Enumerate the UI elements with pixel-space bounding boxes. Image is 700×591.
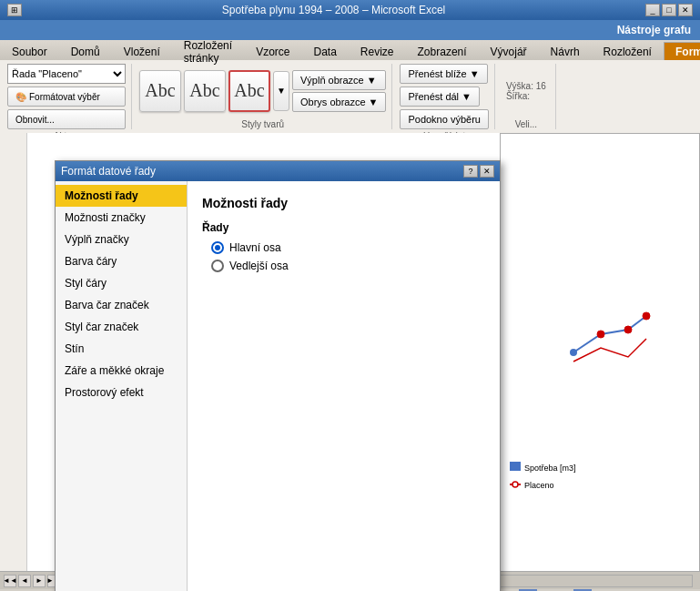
- tab-vzorce[interactable]: Vzorce: [244, 42, 301, 60]
- modal-help-button[interactable]: ?: [463, 165, 478, 178]
- minimize-button[interactable]: _: [645, 4, 660, 16]
- radio-hlavni-osa[interactable]: Hlavní osa: [211, 241, 485, 254]
- close-window-button[interactable]: ✕: [678, 4, 693, 16]
- svg-point-2: [624, 326, 632, 333]
- modal-close-button[interactable]: ✕: [480, 165, 494, 178]
- radio-group-rady: Hlavní osa Vedlejší osa: [211, 241, 485, 272]
- radio-label-vedlejsi: Vedlejší osa: [229, 260, 289, 272]
- tab-rozlozeni[interactable]: Rozložení: [592, 42, 664, 60]
- radio-circle-hlavni: [211, 241, 224, 254]
- sidebar-item-moznosti-znacky[interactable]: Možnosti značky: [56, 207, 187, 229]
- style-abc-1[interactable]: Abc: [139, 70, 181, 112]
- height-label: Výška: 16: [506, 81, 546, 91]
- outline-dropdown-arrow[interactable]: ▼: [369, 97, 379, 107]
- ribbon-content: Řada "Placeno" 🎨 Formátovat výběr Obnovi…: [0, 60, 700, 133]
- format-selection-button[interactable]: 🎨 Formátovat výběr: [7, 87, 126, 107]
- style-abc-3[interactable]: Abc: [228, 70, 270, 112]
- modal-body: Možnosti řady Možnosti značky Výplň znač…: [56, 181, 500, 591]
- style-abc-2[interactable]: Abc: [184, 70, 226, 112]
- width-label: Šířka:: [506, 91, 546, 101]
- svg-point-3: [643, 312, 650, 320]
- sidebar-item-styl-cary[interactable]: Styl čáry: [56, 272, 187, 294]
- styles-dropdown-arrow[interactable]: ▼: [273, 71, 289, 111]
- nav-prev-button[interactable]: ◄: [18, 575, 31, 587]
- tab-navrh[interactable]: Návrh: [539, 42, 592, 60]
- tab-vlozeni[interactable]: Vložení: [112, 42, 172, 60]
- group-velikost-label: Veli...: [502, 119, 550, 129]
- nav-first-button[interactable]: ◄◄: [4, 575, 16, 587]
- series-dropdown[interactable]: Řada "Placeno": [7, 64, 126, 84]
- sidebar-item-barva-car-znacek[interactable]: Barva čar značek: [56, 294, 187, 316]
- maximize-button[interactable]: □: [662, 4, 676, 16]
- modal-title-bar: Formát datové řady ? ✕: [56, 161, 500, 181]
- svg-rect-4: [510, 462, 521, 471]
- window-title: Spotřeba plynu 1994 – 2008 – Microsoft E…: [22, 4, 645, 16]
- main-area: Spotřeba [m3] Placeno 2005- 03.2006- 04.…: [0, 133, 700, 589]
- group-styles-label: Styly tvarů: [139, 119, 386, 129]
- sidebar-item-zare[interactable]: Záře a měkké okraje: [56, 360, 187, 382]
- tools-label: Nástroje grafu: [617, 24, 691, 36]
- tab-format[interactable]: Formát: [664, 42, 700, 60]
- tab-rozlozeni-stranky[interactable]: Rozložení stránky: [172, 42, 244, 60]
- chart-area: Spotřeba [m3] Placeno 2005- 03.2006- 04.…: [500, 133, 700, 589]
- modal-title: Formát datové řady: [61, 165, 156, 178]
- content-subsection: Řady: [202, 221, 485, 234]
- radio-vedlejsi-osa[interactable]: Vedlejší osa: [211, 260, 485, 272]
- svg-point-7: [512, 482, 518, 487]
- tab-data[interactable]: Data: [301, 42, 348, 60]
- fill-button[interactable]: Výplň obrazce ▼: [292, 70, 386, 90]
- tab-zobrazeni[interactable]: Zobrazení: [406, 42, 479, 60]
- fill-dropdown-arrow[interactable]: ▼: [367, 75, 377, 86]
- ribbon-group-styles: Abc Abc Abc ▼ Výplň obrazce ▼ Obrys obra…: [136, 64, 392, 129]
- svg-point-0: [570, 349, 577, 356]
- format-icon: 🎨: [15, 92, 26, 102]
- tab-revize[interactable]: Revize: [349, 42, 406, 60]
- sidebar-item-barva-cary[interactable]: Barva čáry: [56, 250, 187, 272]
- svg-point-1: [597, 331, 604, 338]
- content-title: Možnosti řady: [202, 196, 485, 210]
- nav-next-button[interactable]: ►: [33, 575, 46, 587]
- sidebar-item-styl-car-znacek[interactable]: Styl čar značek: [56, 316, 187, 338]
- sidebar-item-moznosti-rady[interactable]: Možnosti řady: [56, 185, 187, 207]
- radio-label-hlavni: Hlavní osa: [229, 241, 281, 254]
- app-icon: ⊞: [7, 4, 22, 16]
- sidebar-item-prostorovy[interactable]: Prostorový efekt: [56, 382, 187, 403]
- title-bar: ⊞ Spotřeba plynu 1994 – 2008 – Microsoft…: [0, 0, 700, 20]
- svg-text:Placeno: Placeno: [524, 481, 554, 490]
- ribbon-group-velikost: Výška: 16 Šířka: Veli...: [499, 64, 556, 129]
- send-farther-button[interactable]: Přenést dál ▼: [400, 87, 480, 107]
- tab-soubor[interactable]: Soubor: [0, 42, 59, 60]
- tab-vyvojar[interactable]: Vývojář: [479, 42, 539, 60]
- sidebar-item-stin[interactable]: Stín: [56, 338, 187, 360]
- outline-button[interactable]: Obrys obrazce ▼: [292, 92, 386, 112]
- format-series-dialog: Formát datové řady ? ✕ Možnosti řady Mož…: [55, 160, 501, 591]
- tab-domu[interactable]: Domů: [59, 42, 112, 60]
- svg-text:Spotřeba [m3]: Spotřeba [m3]: [524, 464, 576, 473]
- bring-closer-button[interactable]: Přenést blíže ▼: [400, 64, 487, 84]
- modal-sidebar: Možnosti řady Možnosti značky Výplň znač…: [56, 181, 188, 591]
- reset-button[interactable]: Obnovit...: [7, 109, 126, 129]
- modal-main-content: Možnosti řady Řady Hlavní osa Vedlejší o…: [188, 181, 500, 591]
- ribbon-group-aktualni: Řada "Placeno" 🎨 Formátovat výběr Obnovi…: [4, 64, 132, 129]
- ribbon-tabs: Soubor Domů Vložení Rozložení stránky Vz…: [0, 40, 700, 60]
- selection-pane-button[interactable]: Podokno výběru: [400, 109, 489, 129]
- sidebar-item-vypln-znacky[interactable]: Výplň značky: [56, 229, 187, 250]
- radio-circle-vedlejsi: [211, 260, 224, 272]
- ribbon-group-usporadat: Přenést blíže ▼ Přenést dál ▼ Podokno vý…: [396, 64, 495, 129]
